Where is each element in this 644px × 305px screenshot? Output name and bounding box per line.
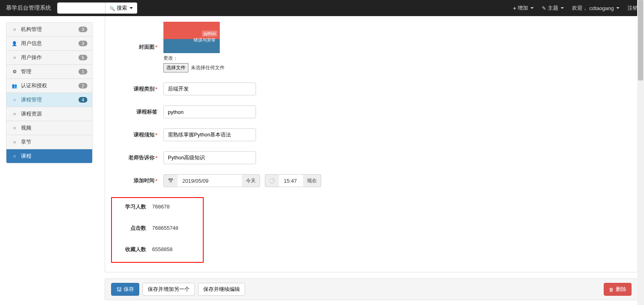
stats-highlight: 学习人数 768678 点击数 768655748 收藏人数	[111, 197, 204, 263]
nav-logout[interactable]: 注销	[627, 4, 638, 12]
save-button[interactable]: 保存	[111, 283, 139, 296]
circle-icon	[11, 139, 18, 145]
nav-theme[interactable]: 主题	[542, 4, 564, 12]
row-category: 课程类别*	[105, 82, 638, 95]
cover-change-label: 更改：	[163, 55, 178, 62]
caret-icon	[130, 7, 133, 9]
cover-image[interactable]: python 错误与异常	[163, 22, 220, 53]
row-teacher: 老师告诉你*	[105, 151, 638, 164]
save-add-button[interactable]: 保存并增加另一个	[142, 283, 195, 296]
sidebar-item-auth[interactable]: 认证和授权 2	[6, 79, 92, 93]
file-choose-button[interactable]: 选择文件	[163, 63, 188, 72]
badge: 3	[78, 27, 87, 32]
value-favs: 6558858	[152, 245, 173, 254]
nav-add[interactable]: 增加	[513, 4, 534, 12]
row-clicks: 点击数 768655748	[112, 223, 203, 233]
caret-icon	[616, 7, 619, 9]
label-favs: 收藏人数	[112, 246, 152, 253]
row-students: 学习人数 768678	[112, 202, 203, 211]
badge: 2	[78, 83, 87, 89]
badge: 4	[78, 97, 87, 103]
main: 封面图* python 错误与异常 更改： 选择文件 未选择任何文件	[93, 16, 644, 305]
badge: 1	[78, 69, 87, 74]
search-group: 搜索	[57, 2, 137, 14]
pencil-icon	[542, 5, 546, 11]
delete-button[interactable]: 删除	[604, 283, 632, 296]
file-hint: 未选择任何文件	[191, 64, 225, 71]
save-icon	[116, 286, 122, 293]
teacher-input[interactable]	[163, 151, 256, 164]
nav-user[interactable]: 欢迎， cdtaogang	[572, 4, 619, 12]
cover-block: python 错误与异常 更改： 选择文件 未选择任何文件	[163, 22, 225, 72]
circle-icon	[11, 97, 18, 103]
circle-icon	[11, 55, 18, 60]
group-icon	[11, 83, 18, 89]
notice-input[interactable]	[163, 128, 256, 141]
value-students: 768678	[152, 202, 169, 211]
circle-icon	[11, 111, 18, 117]
sidebar-item-video[interactable]: 视频	[6, 121, 92, 135]
sidebar-item-org[interactable]: 机构管理 3	[6, 23, 92, 37]
row-notice: 课程须知*	[105, 128, 638, 141]
value-clicks: 768655748	[152, 223, 178, 233]
label-addtime: 添加时间*	[111, 177, 163, 184]
sidebar-item-admin[interactable]: 管理 1	[6, 65, 92, 79]
sidebar-item-chapter[interactable]: 章节	[6, 135, 92, 149]
sidebar-item-resources[interactable]: 课程资源	[6, 107, 92, 121]
now-button[interactable]: 现在	[303, 174, 321, 187]
caret-icon	[530, 7, 534, 9]
badge: 3	[78, 41, 87, 46]
date-input-group: 2019/05/09 今天	[163, 174, 260, 187]
sidebar-item-userinfo[interactable]: 用户信息 3	[6, 37, 92, 51]
circle-icon	[11, 27, 18, 32]
today-button[interactable]: 今天	[242, 174, 260, 187]
row-addtime: 添加时间* 2019/05/09 今天 15:47 现在	[105, 174, 638, 187]
badge: 5	[78, 55, 87, 60]
caret-icon	[561, 7, 564, 9]
time-input[interactable]: 15:47	[279, 174, 303, 187]
sidebar-item-useraction[interactable]: 用户操作 5	[6, 51, 92, 65]
search-button[interactable]: 搜索	[105, 2, 137, 14]
search-input[interactable]	[57, 2, 105, 14]
calendar-icon[interactable]	[163, 174, 178, 187]
navbar: 慕学后台管理系统 搜索 增加 主题 欢迎， cdtaogang 注销	[0, 0, 644, 16]
label-cover: 封面图*	[111, 43, 163, 51]
label-students: 学习人数	[112, 203, 152, 210]
tag-input[interactable]	[163, 105, 256, 118]
trash-icon	[609, 286, 614, 293]
label-category: 课程类别*	[111, 85, 163, 93]
sidebar: 机构管理 3 用户信息 3 用户操作 5 管理 1 认证和授权 2	[0, 16, 93, 305]
row-cover: 封面图* python 错误与异常 更改： 选择文件 未选择任何文件	[105, 22, 638, 72]
plus-icon	[513, 5, 516, 11]
sidebar-item-course-mgmt[interactable]: 课程管理 4	[6, 93, 92, 107]
search-icon	[109, 5, 115, 11]
sidebar-item-course[interactable]: 课程	[6, 149, 92, 163]
scrollbar-thumb[interactable]	[638, 0, 643, 80]
scrollbar[interactable]: ▲	[637, 0, 644, 305]
date-input[interactable]: 2019/05/09	[178, 174, 242, 187]
form-panel: 封面图* python 错误与异常 更改： 选择文件 未选择任何文件	[105, 16, 638, 272]
action-bar: 保存 保存并增加另一个 保存并继续编辑 删除	[105, 278, 638, 300]
save-continue-button[interactable]: 保存并继续编辑	[198, 283, 245, 296]
circle-icon	[11, 125, 18, 131]
circle-icon	[11, 153, 18, 159]
clock-icon[interactable]	[265, 174, 279, 187]
python-icon: python	[202, 31, 217, 37]
row-favs: 收藏人数 6558858	[112, 245, 203, 254]
label-tag: 课程标签	[111, 108, 163, 115]
cog-icon	[11, 69, 18, 74]
time-input-group: 15:47 现在	[265, 174, 321, 187]
navbar-brand: 慕学后台管理系统	[6, 4, 51, 12]
category-input[interactable]	[163, 82, 256, 95]
row-tag: 课程标签	[105, 105, 638, 118]
user-icon	[11, 41, 18, 46]
label-clicks: 点击数	[112, 225, 152, 232]
label-teacher: 老师告诉你*	[111, 154, 163, 161]
label-notice: 课程须知*	[111, 131, 163, 138]
sidebar-menu: 机构管理 3 用户信息 3 用户操作 5 管理 1 认证和授权 2	[6, 22, 93, 163]
navbar-right: 增加 主题 欢迎， cdtaogang 注销	[513, 4, 638, 12]
